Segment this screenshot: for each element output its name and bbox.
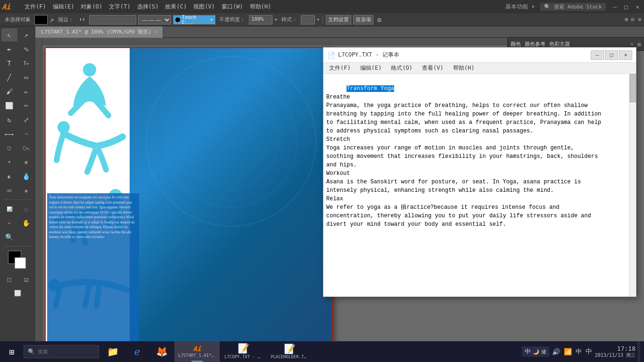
notepad-text-area[interactable]: Transform Yoga Breathe Pranayama, the yo… [323, 74, 629, 296]
ime-label[interactable]: 中 [575, 346, 583, 357]
search-stock[interactable]: 🔍 搜索 Adobe Stock [540, 3, 605, 11]
symbol-tool[interactable]: ✿ [18, 184, 34, 197]
document-tab-close[interactable]: × [154, 29, 157, 34]
stroke-input[interactable] [89, 15, 136, 25]
notepad-menu-edit[interactable]: 编辑(E) [358, 63, 384, 73]
change-screen-mode[interactable]: ⬜ [10, 287, 26, 300]
taskbar-notepad-l7copy[interactable]: 📝 L7COPY.TXT - 记... [221, 341, 266, 362]
zoom-tool[interactable]: 🔍 [1, 230, 17, 244]
panel-menu[interactable]: ≡ [637, 41, 641, 48]
taskbar-firefox[interactable]: 🦊 [150, 341, 173, 362]
notepad-minimize-btn[interactable]: — [591, 50, 604, 60]
pencil-tool[interactable]: ✏ [18, 85, 34, 98]
touch-arrow: ▾ [210, 17, 213, 22]
line-tool[interactable]: ╱ [1, 71, 17, 84]
clock[interactable]: 17:18 2013/11/13 周三 [595, 345, 636, 359]
opacity-input[interactable]: 100% [249, 15, 272, 25]
menu-object[interactable]: 对象(O) [78, 2, 105, 12]
volume-icon[interactable]: 🔊 [551, 347, 561, 356]
restore-btn[interactable]: □ [621, 3, 631, 10]
notepad-menu-format[interactable]: 格式(O) [389, 63, 414, 73]
more-options[interactable]: ⚙ [377, 16, 381, 24]
warp-tool[interactable]: ～ [18, 127, 34, 140]
notepad-menu-help[interactable]: 帮助(H) [451, 63, 477, 73]
menu-window[interactable]: 窗口(W) [219, 2, 246, 12]
taskbar-explorer[interactable]: 📁 [101, 341, 124, 362]
eraser-tool[interactable]: ⬜ [1, 99, 17, 112]
blend-tool[interactable]: ⊃⊂ [1, 184, 17, 197]
doc-settings-btn[interactable]: 文档设置 [326, 15, 351, 25]
stroke-selector[interactable]: ↗ [50, 15, 54, 24]
notepad-menu-view[interactable]: 查看(V) [420, 63, 446, 73]
opacity-arrow[interactable]: ▾ [274, 16, 278, 23]
color-guide-tab[interactable]: 颜色参考 [525, 41, 545, 48]
perspective-grid[interactable]: ⌖ [1, 156, 17, 169]
menu-view[interactable]: 视图(V) [190, 2, 218, 12]
touch-dropdown[interactable]: Touch C... ▾ [173, 15, 215, 25]
align-icons[interactable]: ⊞ ⊟ [625, 16, 635, 23]
notepad-menu-file[interactable]: 文件(F) [327, 63, 353, 73]
stroke-select[interactable]: — — — [138, 15, 171, 25]
notepad-placeholder-label: PLACEHOLDER.TX... [271, 354, 308, 359]
menu-effect[interactable]: 效果(C) [162, 2, 190, 12]
notepad-close-btn[interactable]: × [619, 50, 632, 60]
rotate-tool[interactable]: ↻ [1, 113, 17, 126]
menu-select[interactable]: 选择(S) [134, 2, 162, 12]
style-arrow[interactable]: ▾ [317, 16, 320, 23]
eyedropper-tool[interactable]: 💧 [18, 170, 34, 183]
menu-edit[interactable]: 编辑(E) [50, 2, 77, 12]
style-preview[interactable] [301, 15, 315, 25]
live-paint-tool[interactable]: ⬡ [1, 141, 17, 155]
style-label: 样式： [280, 15, 299, 24]
notepad-scroll-thumb[interactable] [629, 74, 636, 102]
gradient-tool[interactable]: ◐ [1, 170, 17, 183]
selection-tool[interactable]: ↖ [1, 28, 17, 41]
more-options-right[interactable]: ≡ [638, 16, 641, 23]
live-paint-select[interactable]: ⬡↖ [18, 141, 34, 155]
menu-text[interactable]: 文字(T) [106, 2, 133, 12]
pen-tool[interactable]: ✒ [1, 42, 17, 56]
stroke-color-box[interactable] [15, 257, 26, 269]
menu-help[interactable]: 帮助(H) [247, 2, 274, 12]
search-input[interactable] [38, 349, 95, 354]
color-theme-tab[interactable]: 色彩主题 [549, 41, 570, 48]
menu-file[interactable]: 文件(F) [22, 2, 49, 12]
close-btn[interactable]: ✕ [633, 3, 642, 10]
input-method-icon[interactable]: 中 [585, 346, 593, 357]
mesh-tool[interactable]: ⊞ [18, 156, 34, 169]
ruler-corner [35, 38, 43, 45]
stroke-arrows[interactable]: ⬆⬇ [77, 16, 87, 23]
ime-area[interactable]: 中 🌙 健 [522, 346, 549, 357]
notepad-maximize-btn[interactable]: □ [605, 50, 618, 60]
notepad-scrollbar[interactable] [629, 74, 636, 296]
scissors-tool[interactable]: ✂ [18, 99, 34, 112]
minimize-btn[interactable]: — [611, 3, 620, 10]
taskbar-notepad-placeholder[interactable]: 📝 PLACEHOLDER.TX... [267, 341, 312, 362]
type-tool[interactable]: T [1, 57, 17, 70]
document-tab[interactable]: L7START_1.AI* @ 100% (CMYK/GPU 预览) × [35, 26, 163, 38]
column-graph-tool[interactable]: 📊 [1, 202, 17, 215]
start-button[interactable]: ⊞ [0, 341, 24, 362]
artboard-tool[interactable]: ⬚ [18, 202, 34, 215]
taskbar-edge[interactable]: ℯ [125, 341, 149, 362]
fill-color[interactable] [34, 15, 48, 25]
curvature-tool[interactable]: ∿ [18, 42, 34, 56]
width-tool[interactable]: ⟵⟶ [1, 127, 17, 140]
scale-tool[interactable]: ⤢ [18, 113, 34, 126]
drawing-modes[interactable]: ☑ [18, 272, 34, 286]
show-desktop-btn[interactable] [637, 341, 640, 362]
touch-type-tool[interactable]: T↔ [18, 57, 34, 70]
color-panel-tab[interactable]: 颜色 [511, 41, 521, 48]
network-icon[interactable]: 📶 [563, 347, 573, 356]
taskbar-search[interactable]: 🔍 [24, 345, 99, 358]
preferences-btn[interactable]: 首选项 [353, 15, 373, 25]
paintbrush-tool[interactable]: 🖌 [1, 85, 17, 98]
direct-select-tool[interactable]: ↗ [18, 28, 34, 41]
slice-tool[interactable]: ✄ [1, 216, 17, 230]
zoom-tool-2[interactable] [18, 230, 34, 244]
taskbar-illustrator[interactable]: Ai L7START_1.AI* @... [174, 341, 220, 362]
normal-mode[interactable]: ☐ [1, 272, 17, 286]
rectangle-tool[interactable]: ▭ [18, 71, 34, 84]
hand-tool[interactable]: ✋ [18, 216, 34, 230]
panel-expand[interactable]: » [630, 41, 634, 47]
